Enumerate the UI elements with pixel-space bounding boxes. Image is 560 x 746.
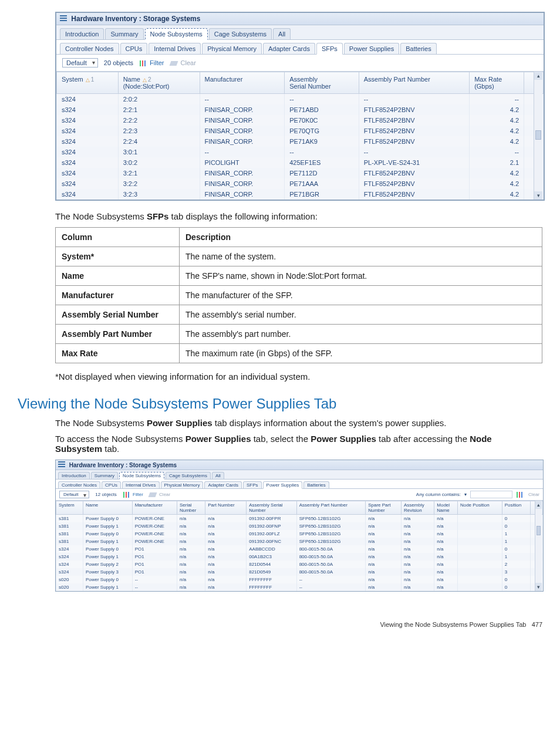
filter-link[interactable]: Filter — [139, 59, 164, 66]
svg-rect-5 — [128, 492, 129, 498]
chevron-down-icon[interactable]: ▾ — [464, 492, 467, 497]
tab-internal-drives[interactable]: Internal Drives — [149, 43, 201, 54]
table-row[interactable]: s3243:0:2PICOLIGHT425EF1ESPL-XPL-VE-S24-… — [57, 157, 544, 168]
cell: 4.2 — [470, 126, 524, 136]
col-header[interactable]: System1 — [57, 72, 119, 94]
col-header[interactable]: Spare PartNumber — [366, 501, 402, 515]
table-row[interactable]: s324Power Supply 1PO1n/an/a00A1B2C3800-0… — [56, 553, 543, 561]
col-header[interactable]: Name2(Node:Slot:Port) — [118, 72, 200, 94]
clear-link-2[interactable]: Clear — [528, 492, 539, 497]
tab-batteries[interactable]: Batteries — [400, 43, 436, 54]
table-row[interactable]: s324Power Supply 2PO1n/an/a821D0544800-0… — [56, 561, 543, 568]
cell-key: Manufacturer — [56, 286, 180, 305]
col-header[interactable]: System — [56, 501, 83, 515]
col-header[interactable]: SerialNumber — [177, 501, 205, 515]
col-header[interactable]: Manufacturer — [132, 501, 177, 515]
table-row[interactable]: s381Power Supply 0POWER-ONEn/an/a091392-… — [56, 530, 543, 538]
preset-select[interactable]: Default — [59, 491, 89, 498]
tab-adapter-cards[interactable]: Adapter Cards — [204, 481, 242, 488]
preset-select[interactable]: Default — [62, 58, 98, 67]
table-row[interactable]: s3242:2:2FINISAR_CORP.PE70K0CFTLF8524P2B… — [57, 115, 544, 126]
tab-cage-subsystems[interactable]: Cage Subsystems — [166, 472, 211, 479]
tab-sfps[interactable]: SFPs — [243, 481, 262, 488]
cell-desc: The assembly's serial number. — [180, 305, 542, 325]
cell: SFP650-12BS102G — [296, 522, 366, 530]
table-row[interactable]: s3243:2:2FINISAR_CORP.PE71AAAFTLF8524P2B… — [57, 178, 544, 189]
cell: 2:2:3 — [118, 126, 200, 136]
power-supplies-panel: Hardware Inventory : Storage Systems Int… — [55, 460, 544, 592]
cell: n/a — [205, 530, 247, 538]
search-input[interactable] — [470, 491, 512, 498]
tab-introduction[interactable]: Introduction — [58, 472, 90, 479]
scroll-down-icon[interactable]: ▾ — [535, 583, 542, 591]
tab-power-supplies[interactable]: Power Supplies — [344, 43, 399, 54]
table-row[interactable]: s381Power Supply 1POWER-ONEn/an/a091392-… — [56, 522, 543, 530]
clear-link[interactable]: Clear — [170, 59, 196, 66]
table-row[interactable]: s3242:2:1FINISAR_CORP.PE71ABDFTLF8524P2B… — [57, 104, 544, 115]
tab-internal-drives[interactable]: Internal Drives — [122, 481, 160, 488]
table-row[interactable]: s3243:2:1FINISAR_CORP.PE7112DFTLF8524P2B… — [57, 168, 544, 178]
tab-node-subsystems[interactable]: Node Subsystems — [119, 472, 164, 480]
table-row[interactable]: s3242:0:2-------- — [57, 94, 544, 105]
col-header[interactable]: Node Position — [457, 501, 502, 515]
cell: FTLF8524P2BNV — [359, 189, 469, 200]
cell: 2:0:2 — [118, 94, 200, 105]
cell: POWER-ONE — [132, 515, 177, 523]
grid-scroll: SystemNameManufacturerSerialNumberPart N… — [56, 501, 543, 591]
col-header[interactable]: Name — [83, 501, 132, 515]
scroll-up-icon[interactable]: ▴ — [535, 501, 542, 509]
filter-link[interactable]: Filter — [123, 492, 143, 498]
table-row[interactable]: s324Power Supply 3PO1n/an/a821D0549800-0… — [56, 568, 543, 576]
table-row[interactable]: s3243:0:1-------- — [57, 147, 544, 157]
toolbar: Default 12 objects Filter Clear Any colu… — [56, 489, 543, 501]
tab-all[interactable]: All — [212, 472, 224, 479]
table-row[interactable]: s324Power Supply 0PO1n/an/aAABBCCDD800-0… — [56, 545, 543, 553]
tab-sfps[interactable]: SFPs — [316, 43, 343, 55]
scroll-up-icon[interactable]: ▴ — [534, 72, 542, 80]
col-header[interactable]: ModelName — [434, 501, 458, 515]
col-header[interactable]: Part Number — [205, 501, 247, 515]
tab-controller-nodes[interactable]: Controller Nodes — [58, 481, 100, 488]
tab-cage-subsystems[interactable]: Cage Subsystems — [209, 28, 272, 39]
tab-batteries[interactable]: Batteries — [303, 481, 329, 488]
tab-cpus[interactable]: CPUs — [120, 43, 148, 54]
filter-icon[interactable] — [516, 492, 523, 498]
tab-cpus[interactable]: CPUs — [102, 481, 121, 488]
clear-link[interactable]: Clear — [149, 492, 170, 497]
col-header[interactable]: Assembly Part Number — [296, 501, 366, 515]
scroll-down-icon[interactable]: ▾ — [534, 191, 542, 200]
col-header[interactable]: AssemblySerial Number — [285, 72, 359, 94]
tab-introduction[interactable]: Introduction — [60, 28, 104, 39]
cell-desc: The assembly's part number. — [180, 325, 542, 344]
table-row[interactable]: s3243:2:3FINISAR_CORP.PE71BGRFTLF8524P2B… — [57, 189, 544, 200]
table-row[interactable]: s020Power Supply 0--n/an/aFFFFFFFF--n/an… — [56, 576, 543, 583]
tab-all[interactable]: All — [273, 28, 291, 39]
col-header[interactable]: Max Rate(Gbps) — [470, 72, 524, 94]
tab-adapter-cards[interactable]: Adapter Cards — [263, 43, 315, 54]
tab-physical-memory[interactable]: Physical Memory — [202, 43, 262, 54]
table-row[interactable]: s381Power Supply 1POWER-ONEn/an/a091392-… — [56, 538, 543, 545]
col-header[interactable]: AssemblyRevision — [402, 501, 434, 515]
scroll-thumb[interactable] — [537, 526, 541, 535]
tab-summary[interactable]: Summary — [91, 472, 118, 479]
table-row[interactable]: s381Power Supply 0POWER-ONEn/an/a091392-… — [56, 515, 543, 523]
scrollbar[interactable]: ▴ ▾ — [535, 501, 542, 591]
page-footer: Viewing the Node Subsystems Power Suppli… — [18, 621, 542, 628]
table-row[interactable]: s3242:2:4FINISAR_CORP.PE71AK9FTLF8524P2B… — [57, 136, 544, 147]
table-row[interactable]: s020Power Supply 1--n/an/aFFFFFFFF--n/an… — [56, 583, 543, 591]
scrollbar[interactable]: ▴ ▾ — [534, 72, 542, 200]
scroll-thumb[interactable] — [535, 130, 541, 140]
col-header[interactable]: Assembly Part Number — [359, 72, 469, 94]
tab-controller-nodes[interactable]: Controller Nodes — [60, 43, 119, 54]
tab-summary[interactable]: Summary — [105, 28, 143, 39]
cell: s381 — [56, 522, 83, 530]
col-header[interactable]: Assembly SerialNumber — [247, 501, 296, 515]
tab-physical-memory[interactable]: Physical Memory — [161, 481, 204, 488]
tab-power-supplies[interactable]: Power Supplies — [263, 481, 303, 489]
col-header[interactable]: Manufacturer — [200, 72, 285, 94]
table-row[interactable]: s3242:2:3FINISAR_CORP.PE70QTGFTLF8524P2B… — [57, 126, 544, 136]
eraser-icon — [148, 492, 157, 497]
tab-node-subsystems[interactable]: Node Subsystems — [145, 28, 208, 40]
col-header[interactable]: Position — [502, 501, 530, 515]
cell: -- — [470, 94, 524, 105]
